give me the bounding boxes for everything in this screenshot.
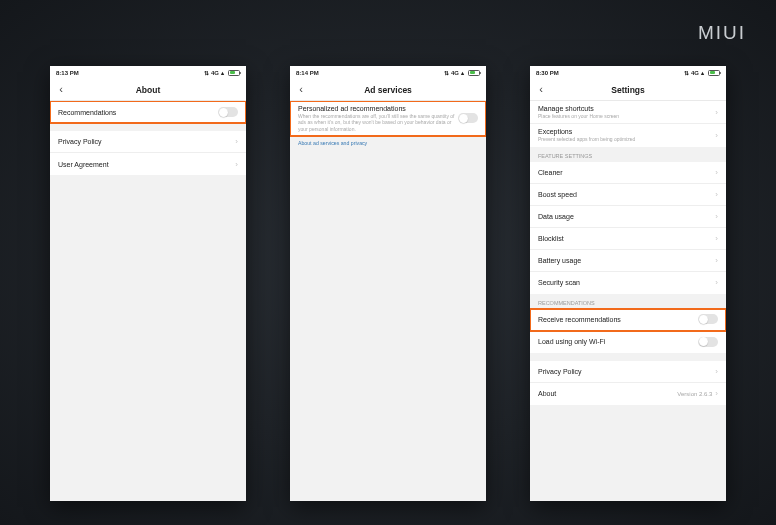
row-exceptions[interactable]: Exceptions Prevent selected apps from be… [530, 124, 726, 146]
row-data-usage[interactable]: Data usage › [530, 206, 726, 228]
row-label: Personalized ad recommendations [298, 105, 458, 112]
toggle-wifi-only[interactable] [698, 337, 718, 347]
row-label: Security scan [538, 279, 715, 286]
row-label: Cleaner [538, 169, 715, 176]
status-bar: 8:13 PM ⇅4G▴ [50, 66, 246, 79]
back-button[interactable]: ‹ [290, 84, 312, 95]
row-cleaner[interactable]: Cleaner › [530, 162, 726, 184]
chevron-right-icon: › [715, 389, 718, 398]
chevron-right-icon: › [715, 234, 718, 243]
row-boost-speed[interactable]: Boost speed › [530, 184, 726, 206]
row-label: User Agreement [58, 161, 235, 168]
status-time: 8:14 PM [296, 70, 319, 76]
row-security-scan[interactable]: Security scan › [530, 272, 726, 294]
battery-icon [468, 70, 480, 76]
chevron-right-icon: › [715, 367, 718, 376]
section-header-feature: FEATURE SETTINGS [530, 147, 726, 162]
row-recommendations[interactable]: Recommendations [50, 101, 246, 123]
chevron-right-icon: › [715, 131, 718, 140]
status-signal: ⇅4G▴ [444, 69, 464, 76]
phone-settings: 8:30 PM ⇅4G▴ ‹ Settings Manage shortcuts… [530, 66, 726, 501]
status-bar: 8:30 PM ⇅4G▴ [530, 66, 726, 79]
chevron-right-icon: › [715, 108, 718, 117]
title-bar: ‹ Ad services [290, 79, 486, 101]
row-label: Manage shortcuts [538, 105, 715, 112]
phone-about: 8:13 PM ⇅4G▴ ‹ About Recommendations Pri… [50, 66, 246, 501]
back-button[interactable]: ‹ [530, 84, 552, 95]
phone-ad-services: 8:14 PM ⇅4G▴ ‹ Ad services Personalized … [290, 66, 486, 501]
chevron-right-icon: › [715, 212, 718, 221]
status-signal: ⇅4G▴ [684, 69, 704, 76]
row-label: Data usage [538, 213, 715, 220]
row-label: Exceptions [538, 128, 715, 135]
chevron-right-icon: › [235, 137, 238, 146]
battery-icon [228, 70, 240, 76]
section-header-recommendations: RECOMMENDATIONS [530, 294, 726, 309]
row-label: Boost speed [538, 191, 715, 198]
title-bar: ‹ About [50, 79, 246, 101]
row-value: Version 2.6.3 [677, 391, 712, 397]
row-manage-shortcuts[interactable]: Manage shortcuts Place features on your … [530, 101, 726, 124]
row-receive-recommendations[interactable]: Receive recommendations [530, 309, 726, 331]
status-signal: ⇅4G▴ [204, 69, 224, 76]
page-title: About [50, 85, 246, 95]
link-about-ad-services[interactable]: About ad services and privacy [290, 136, 486, 150]
row-battery-usage[interactable]: Battery usage › [530, 250, 726, 272]
row-label: Load using only Wi-Fi [538, 338, 698, 345]
chevron-right-icon: › [715, 256, 718, 265]
row-label: Recommendations [58, 109, 218, 116]
row-label: Privacy Policy [538, 368, 715, 375]
chevron-right-icon: › [715, 278, 718, 287]
battery-icon [708, 70, 720, 76]
row-label: Battery usage [538, 257, 715, 264]
toggle-recommendations[interactable] [218, 107, 238, 117]
toggle-receive-recommendations[interactable] [698, 314, 718, 324]
row-privacy-policy[interactable]: Privacy Policy › [50, 131, 246, 153]
row-personalized-ads[interactable]: Personalized ad recommendations When the… [290, 101, 486, 136]
row-about[interactable]: About Version 2.6.3 › [530, 383, 726, 405]
toggle-personalized-ads[interactable] [458, 113, 478, 123]
status-bar: 8:14 PM ⇅4G▴ [290, 66, 486, 79]
chevron-right-icon: › [715, 168, 718, 177]
status-time: 8:30 PM [536, 70, 559, 76]
row-privacy-policy[interactable]: Privacy Policy › [530, 361, 726, 383]
row-label: Privacy Policy [58, 138, 235, 145]
row-label: About [538, 390, 677, 397]
title-bar: ‹ Settings [530, 79, 726, 101]
page-title: Ad services [290, 85, 486, 95]
row-label: Blocklist [538, 235, 715, 242]
row-sublabel: Prevent selected apps from being optimiz… [538, 136, 715, 142]
chevron-right-icon: › [715, 190, 718, 199]
status-time: 8:13 PM [56, 70, 79, 76]
back-button[interactable]: ‹ [50, 84, 72, 95]
row-user-agreement[interactable]: User Agreement › [50, 153, 246, 175]
page-title: Settings [530, 85, 726, 95]
row-sublabel: Place features on your Home screen [538, 113, 715, 119]
row-label: Receive recommendations [538, 316, 698, 323]
row-wifi-only[interactable]: Load using only Wi-Fi [530, 331, 726, 353]
brand-label: MIUI [698, 22, 746, 44]
chevron-right-icon: › [235, 160, 238, 169]
row-sublabel: When the recommendations are off, you'll… [298, 113, 458, 132]
row-blocklist[interactable]: Blocklist › [530, 228, 726, 250]
